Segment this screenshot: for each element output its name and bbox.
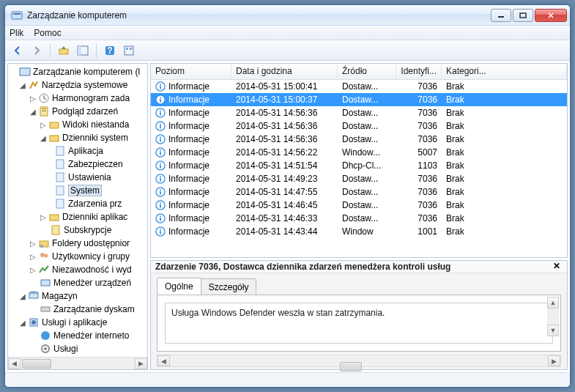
cell-datetime: 2014-05-31 14:49:23 xyxy=(231,174,338,184)
svg-rect-25 xyxy=(52,226,59,234)
scroll-left-arrow[interactable]: ◀ xyxy=(8,358,21,369)
menu-help[interactable]: Pomoc xyxy=(34,28,61,38)
tree-services[interactable]: Usługi xyxy=(8,342,147,355)
detail-vertical-scrollbar[interactable]: ▲ ▼ xyxy=(547,297,559,336)
svg-rect-9 xyxy=(125,46,133,55)
cell-datetime: 2014-05-31 14:46:45 xyxy=(231,200,338,210)
tree-users-groups[interactable]: ▷Użytkownicy i grupy xyxy=(8,250,147,263)
up-button[interactable] xyxy=(56,42,72,59)
show-tree-button[interactable] xyxy=(75,42,91,59)
svg-rect-51 xyxy=(160,124,161,125)
svg-rect-19 xyxy=(56,147,64,155)
detail-close-button[interactable]: ✕ xyxy=(551,261,563,273)
event-row[interactable]: Informacje2014-05-31 14:46:33Dostaw...70… xyxy=(151,212,567,225)
event-row[interactable]: Informacje2014-05-31 14:43:44Window1001B… xyxy=(151,225,567,238)
tree-task-scheduler[interactable]: ▷Harmonogram zada xyxy=(8,92,147,105)
tree-app-services-logs[interactable]: ▷Dzienniki aplikac xyxy=(8,210,147,223)
col-source[interactable]: Źródło xyxy=(338,64,396,79)
event-row[interactable]: Informacje2014-05-31 14:56:36Dostaw...70… xyxy=(151,133,567,146)
tree-system-log[interactable]: System xyxy=(8,184,147,197)
tree-reliability[interactable]: ▷Niezawodność i wyd xyxy=(8,263,147,276)
cell-level: Informacje xyxy=(168,121,209,131)
svg-rect-16 xyxy=(42,111,46,111)
scroll-right-arrow[interactable]: ▶ xyxy=(548,355,560,366)
cell-source: Dostaw... xyxy=(338,134,396,144)
scroll-right-arrow[interactable]: ▶ xyxy=(135,358,147,369)
tree-security-log[interactable]: Zabezpieczen xyxy=(8,158,147,171)
forward-button[interactable] xyxy=(29,42,45,59)
col-category[interactable]: Kategori... xyxy=(442,64,567,79)
svg-rect-74 xyxy=(160,231,161,234)
event-row[interactable]: Informacje2014-05-31 14:56:22Window...50… xyxy=(151,146,567,159)
detail-message: Usługa Windows Defender weszła w stan za… xyxy=(165,303,553,344)
tree-settings-log[interactable]: Ustawienia xyxy=(8,171,147,184)
detail-horizontal-scrollbar[interactable]: ◀ ▶ xyxy=(157,355,561,367)
event-list-body[interactable]: Informacje2014-05-31 15:00:41Dostaw...70… xyxy=(151,80,567,257)
col-event-id[interactable]: Identyfi... xyxy=(396,64,442,79)
svg-rect-53 xyxy=(160,138,161,141)
tree-app-log[interactable]: Aplikacja xyxy=(8,144,147,158)
event-row[interactable]: Informacje2014-05-31 14:51:54Dhcp-Cl...1… xyxy=(151,159,567,172)
tree-device-mgr[interactable]: Menedżer urządzeń xyxy=(8,276,147,289)
statusbar xyxy=(5,372,570,387)
event-row[interactable]: Informacje2014-05-31 14:56:36Dostaw...70… xyxy=(151,106,567,119)
event-row[interactable]: Informacje2014-05-31 14:49:23Dostaw...70… xyxy=(151,172,567,185)
back-button[interactable] xyxy=(10,42,26,59)
tree-system-logs[interactable]: ◢Dzienniki system xyxy=(8,131,147,144)
cell-datetime: 2014-05-31 14:56:36 xyxy=(231,108,338,118)
event-detail-pane: Zdarzenie 7036, Dostawca dziennika zdarz… xyxy=(150,260,568,370)
toolbar: ? xyxy=(5,40,570,61)
cell-level: Informacje xyxy=(168,81,209,92)
tree-event-viewer[interactable]: ◢Podgląd zdarzeń xyxy=(8,105,147,118)
svg-point-28 xyxy=(40,253,45,257)
svg-rect-68 xyxy=(160,204,161,207)
event-row[interactable]: Informacje2014-05-31 14:46:45Dostaw...70… xyxy=(151,199,567,212)
tree-iis[interactable]: Menedżer interneto xyxy=(8,329,147,342)
col-level[interactable]: Poziom xyxy=(151,64,231,79)
close-button[interactable] xyxy=(535,9,567,22)
tree-sys-tools[interactable]: ◢Narzędzia systemowe xyxy=(8,78,147,92)
scroll-down-arrow[interactable]: ▼ xyxy=(547,325,559,336)
tree-services-apps[interactable]: ◢Usługi i aplikacje xyxy=(8,316,147,329)
properties-button[interactable] xyxy=(121,42,137,59)
scroll-up-arrow[interactable]: ▲ xyxy=(547,297,559,308)
cell-level: Informacje xyxy=(168,160,209,171)
event-row[interactable]: Informacje2014-05-31 14:47:55Dostaw...70… xyxy=(151,185,567,199)
tree-disk-mgmt[interactable]: Zarządzanie dyskam xyxy=(8,303,147,316)
tree-shared-folders[interactable]: ▷Foldery udostępnior xyxy=(8,237,147,250)
event-row[interactable]: Informacje2014-05-31 14:56:36Dostaw...70… xyxy=(151,119,567,133)
tree-view[interactable]: Zarządzanie komputerem (l ◢Narzędzia sys… xyxy=(8,64,147,357)
cell-level: Informacje xyxy=(168,226,209,237)
svg-rect-66 xyxy=(160,190,161,191)
svg-rect-4 xyxy=(59,49,68,54)
help-button[interactable]: ? xyxy=(102,42,118,59)
tab-general[interactable]: Ogólne xyxy=(157,278,201,295)
event-row[interactable]: Informacje2014-05-31 15:00:37Dostaw...70… xyxy=(151,93,567,106)
svg-rect-42 xyxy=(160,84,161,86)
minimize-button[interactable] xyxy=(491,9,511,22)
cell-level: Informacje xyxy=(168,147,209,158)
svg-rect-72 xyxy=(160,216,161,218)
scroll-thumb[interactable] xyxy=(340,362,362,371)
col-datetime[interactable]: Data i godzina xyxy=(231,64,338,79)
svg-text:?: ? xyxy=(107,45,112,56)
tree-horizontal-scrollbar[interactable]: ◀ ▶ xyxy=(8,357,147,369)
tab-details[interactable]: Szczegóły xyxy=(201,278,257,295)
information-icon xyxy=(155,108,166,118)
cell-level: Informacje xyxy=(168,187,209,197)
tree-storage[interactable]: ◢Magazyn xyxy=(8,289,147,303)
tree-subscriptions[interactable]: Subskrypcje xyxy=(8,223,147,237)
scroll-left-arrow[interactable]: ◀ xyxy=(157,355,170,366)
menu-file[interactable]: Plik xyxy=(10,28,23,38)
scroll-thumb[interactable] xyxy=(22,359,51,369)
tree-forwarded[interactable]: Zdarzenia prz xyxy=(8,197,147,210)
svg-rect-63 xyxy=(160,177,161,178)
information-icon xyxy=(155,95,166,105)
event-list-pane: Poziom Data i godzina Źródło Identyfi...… xyxy=(150,63,568,258)
tree-root[interactable]: Zarządzanie komputerem (l xyxy=(8,65,147,78)
titlebar[interactable]: Zarządzanie komputerem xyxy=(5,5,570,26)
event-row[interactable]: Informacje2014-05-31 15:00:41Dostaw...70… xyxy=(151,80,567,93)
tree-custom-views[interactable]: ▷Widoki niestanda xyxy=(8,118,147,131)
maximize-button[interactable] xyxy=(513,9,533,22)
cell-level: Informacje xyxy=(168,95,209,105)
